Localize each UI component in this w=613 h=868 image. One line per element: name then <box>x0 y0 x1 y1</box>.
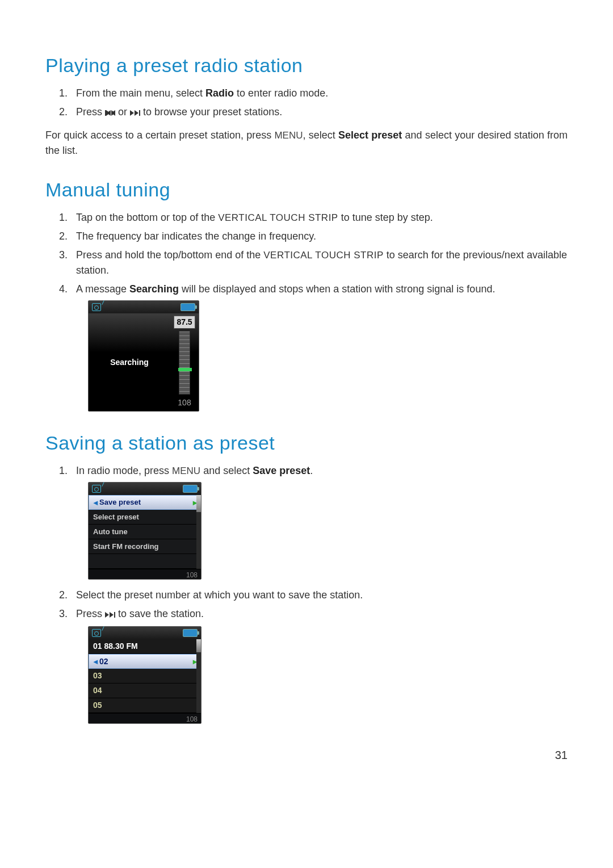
text: In radio mode, press <box>76 465 172 476</box>
page-number: 31 <box>45 747 568 764</box>
preset-row-02: ◂02▸ <box>89 654 201 669</box>
radio-icon <box>92 303 101 311</box>
menu-smallcaps: MENU <box>172 466 200 476</box>
saving-step-3: Press to save the station. 01 88.30 FM ◂… <box>70 606 568 724</box>
preset-row-05: 05 <box>89 698 201 713</box>
preset-footer: 108 <box>89 713 201 723</box>
text: Press and hold the top/bottom end of the <box>76 249 263 261</box>
chevron-left-icon: ◂ <box>94 497 98 509</box>
heading-saving-preset: Saving a station as preset <box>45 429 568 458</box>
svg-marker-8 <box>105 612 109 618</box>
radio-icon <box>92 629 101 637</box>
preset-scrollbar <box>196 639 201 713</box>
battery-icon <box>183 485 198 493</box>
save-preset-bold: Save preset <box>253 465 310 476</box>
svg-rect-0 <box>105 110 106 116</box>
battery-icon <box>180 303 195 311</box>
prev-track-icon <box>105 106 115 121</box>
text: and select <box>200 465 253 476</box>
menu-smallcaps: MENU <box>274 130 303 141</box>
menu-footer: 108 <box>89 569 201 579</box>
manual-step-3: Press and hold the top/bottom end of the… <box>70 248 568 278</box>
menu-item-save-preset: ◂Save preset▸ <box>89 495 201 510</box>
radio-icon <box>92 485 101 493</box>
text: to browse your preset stations. <box>140 106 282 118</box>
text: to save the station. <box>115 608 204 619</box>
playing-step-2: Press or to browse your preset stations. <box>70 104 568 121</box>
next-track-icon <box>105 607 115 623</box>
text: , select <box>303 129 339 141</box>
manual-step-2: The frequency bar indicates the change i… <box>70 229 568 244</box>
svg-marker-5 <box>130 110 134 116</box>
menu-item-empty <box>89 554 201 569</box>
menu-item-select-preset: Select preset <box>89 510 201 525</box>
preset-row-01: 01 88.30 FM <box>89 639 201 654</box>
freq-indicator <box>178 368 192 371</box>
menu-item-start-fm-recording: Start FM recording <box>89 539 201 554</box>
status-bar <box>89 483 201 495</box>
playing-step-1: From the main menu, select Radio to ente… <box>70 86 568 101</box>
vertical-touch-strip-caps: VERTICAL TOUCH STRIP <box>218 212 338 223</box>
heading-playing-preset: Playing a preset radio station <box>45 51 568 80</box>
device-screenshot-searching: Searching 87.5 108 <box>88 300 199 412</box>
searching-bold: Searching <box>129 283 179 295</box>
preset-label: 02 <box>99 656 108 668</box>
preset-row-03: 03 <box>89 669 201 684</box>
vertical-touch-strip-caps: VERTICAL TOUCH STRIP <box>263 250 384 261</box>
freq-bottom: 108 <box>178 397 191 409</box>
select-preset-bold: Select preset <box>338 129 402 141</box>
preset-row-04: 04 <box>89 684 201 698</box>
device-screenshot-menu: ◂Save preset▸ Select preset Auto tune St… <box>88 482 201 580</box>
saving-step-1: In radio mode, press MENU and select Sav… <box>70 463 568 580</box>
text: A message <box>76 283 129 295</box>
text: will be displayed and stops when a stati… <box>179 283 495 295</box>
text: Press <box>76 608 105 619</box>
menu-item-auto-tune: Auto tune <box>89 525 201 539</box>
text: From the main menu, select <box>76 87 205 99</box>
text: to enter radio mode. <box>234 87 328 99</box>
status-bar <box>89 301 199 313</box>
next-track-icon <box>130 106 140 121</box>
frequency-scale: 87.5 108 <box>174 313 199 411</box>
svg-marker-6 <box>135 110 138 116</box>
menu-scrollbar <box>196 495 201 569</box>
text: or <box>115 106 130 118</box>
status-bar <box>89 627 201 639</box>
text: . <box>310 465 313 476</box>
chevron-left-icon: ◂ <box>94 656 98 668</box>
text: Tap on the bottom or top of the <box>76 212 218 223</box>
text: For quick access to a certain preset sta… <box>45 129 274 141</box>
svg-marker-9 <box>110 612 114 618</box>
device-screenshot-preset-list: 01 88.30 FM ◂02▸ 03 04 05 108 <box>88 626 201 724</box>
searching-label: Searching <box>89 313 174 411</box>
text: to tune step by step. <box>338 212 433 223</box>
heading-manual-tuning: Manual tuning <box>45 175 568 204</box>
radio-bold: Radio <box>205 87 234 99</box>
saving-step-2: Select the preset number at which you wa… <box>70 588 568 603</box>
manual-step-4: A message Searching will be displayed an… <box>70 282 568 412</box>
text: Press <box>76 106 105 118</box>
playing-note: For quick access to a certain preset sta… <box>45 128 568 158</box>
battery-icon <box>183 629 198 637</box>
manual-step-1: Tap on the bottom or top of the VERTICAL… <box>70 210 568 225</box>
menu-label: Save preset <box>99 497 141 508</box>
freq-top: 87.5 <box>174 316 195 329</box>
